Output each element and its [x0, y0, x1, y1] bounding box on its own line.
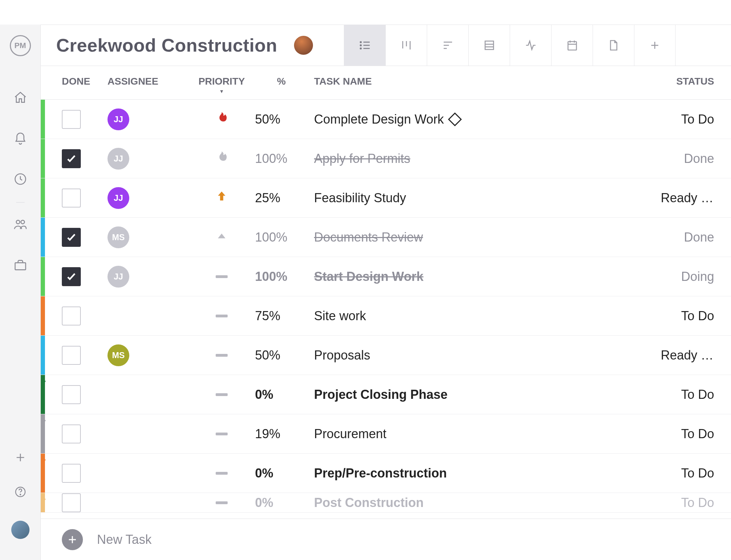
left-rail: PM: [0, 25, 41, 560]
view-add-icon[interactable]: [634, 25, 675, 66]
task-name[interactable]: Project Closing Phase: [314, 387, 448, 402]
row-color-stripe: [41, 139, 45, 178]
priority-none-icon: [216, 315, 228, 317]
done-checkbox[interactable]: [62, 493, 81, 512]
row-color-stripe: [41, 178, 45, 217]
task-row[interactable]: JJ 100% Apply for Permits Done: [41, 139, 731, 178]
done-checkbox[interactable]: [62, 464, 81, 483]
home-icon[interactable]: [13, 91, 27, 106]
done-checkbox[interactable]: [62, 110, 81, 129]
status-value[interactable]: Done: [684, 151, 714, 166]
done-checkbox[interactable]: [62, 149, 81, 168]
priority-none-icon: [216, 393, 228, 396]
col-header-taskname[interactable]: TASK NAME: [308, 76, 661, 87]
task-row[interactable]: 0% Post Construction To Do: [41, 493, 731, 513]
done-checkbox[interactable]: [62, 189, 81, 207]
task-row[interactable]: 0% Project Closing Phase To Do: [41, 375, 731, 414]
view-activity-icon[interactable]: [510, 25, 551, 66]
user-avatar[interactable]: [11, 521, 30, 539]
task-row[interactable]: 19% Procurement To Do: [41, 414, 731, 454]
view-board-icon[interactable]: [385, 25, 427, 66]
col-header-assignee[interactable]: ASSIGNEE: [107, 76, 188, 87]
done-checkbox[interactable]: [62, 267, 81, 286]
status-value[interactable]: Doing: [681, 269, 714, 284]
footer-new-task: New Task: [41, 519, 731, 560]
col-header-status[interactable]: STATUS: [661, 76, 731, 87]
svg-point-6: [360, 42, 361, 43]
assignee-badge[interactable]: JJ: [107, 187, 129, 209]
milestone-icon: [448, 112, 462, 126]
percent-value: 0%: [255, 387, 273, 402]
row-color-stripe: [41, 414, 45, 453]
status-value[interactable]: To Do: [681, 466, 714, 480]
status-value[interactable]: To Do: [681, 427, 714, 441]
task-row[interactable]: 75% Site work To Do: [41, 296, 731, 336]
percent-value: 50%: [255, 112, 280, 127]
status-value[interactable]: To Do: [681, 495, 714, 510]
row-color-stripe: [41, 257, 45, 296]
bell-icon[interactable]: [13, 131, 27, 147]
view-list-icon[interactable]: [344, 25, 385, 66]
assignee-badge[interactable]: JJ: [107, 148, 129, 170]
svg-point-8: [360, 48, 361, 49]
task-row[interactable]: JJ 50% Complete Design Work To Do: [41, 100, 731, 139]
task-name[interactable]: Proposals: [314, 348, 370, 363]
rail-divider: [16, 202, 25, 203]
view-file-icon[interactable]: [593, 25, 634, 66]
col-header-done[interactable]: DONE: [62, 76, 107, 87]
task-name[interactable]: Apply for Permits: [314, 151, 410, 166]
done-checkbox[interactable]: [62, 346, 81, 365]
task-name[interactable]: Complete Design Work: [314, 112, 444, 127]
app-logo[interactable]: PM: [10, 35, 31, 56]
svg-point-5: [20, 494, 20, 495]
priority-flame-icon: [215, 111, 228, 127]
col-header-priority[interactable]: PRIORITY ▼: [188, 76, 255, 94]
task-row[interactable]: JJ 25% Feasibility Study Ready f...: [41, 178, 731, 218]
assignee-badge[interactable]: JJ: [107, 108, 129, 130]
task-name[interactable]: Feasibility Study: [314, 191, 406, 205]
task-name[interactable]: Prep/Pre-construction: [314, 466, 447, 481]
task-row[interactable]: MS 100% Documents Review Done: [41, 218, 731, 257]
done-checkbox[interactable]: [62, 385, 81, 404]
task-name[interactable]: Procurement: [314, 427, 386, 441]
task-row[interactable]: MS 50% Proposals Ready f...: [41, 336, 731, 375]
percent-value: 100%: [255, 269, 287, 284]
task-name[interactable]: Site work: [314, 309, 366, 323]
assignee-badge[interactable]: MS: [107, 226, 129, 248]
done-checkbox[interactable]: [62, 228, 81, 247]
priority-none-icon: [216, 354, 228, 357]
priority-none-icon: [216, 472, 228, 475]
status-value[interactable]: To Do: [681, 387, 714, 402]
status-value[interactable]: To Do: [681, 309, 714, 323]
project-avatar[interactable]: [294, 36, 313, 55]
status-value[interactable]: Done: [684, 230, 714, 244]
done-checkbox[interactable]: [62, 307, 81, 325]
portfolio-icon[interactable]: [13, 258, 27, 274]
assignee-badge[interactable]: MS: [107, 344, 129, 366]
help-icon[interactable]: [14, 486, 27, 500]
assignee-badge[interactable]: JJ: [107, 266, 129, 288]
sort-caret-icon: ▼: [219, 88, 224, 94]
team-icon[interactable]: [13, 217, 27, 233]
col-header-percent[interactable]: %: [255, 76, 308, 87]
plus-icon[interactable]: [15, 452, 26, 465]
task-name[interactable]: Documents Review: [314, 230, 423, 245]
status-value[interactable]: Ready f...: [661, 191, 715, 205]
view-gantt-icon[interactable]: [427, 25, 468, 66]
status-value[interactable]: Ready f...: [661, 348, 715, 362]
task-row[interactable]: JJ 100% Start Design Work Doing: [41, 257, 731, 296]
add-task-button[interactable]: [62, 529, 83, 550]
task-name[interactable]: Post Construction: [314, 495, 424, 510]
task-row[interactable]: 0% Prep/Pre-construction To Do: [41, 454, 731, 493]
view-sheet-icon[interactable]: [468, 25, 510, 66]
task-name[interactable]: Start Design Work: [314, 269, 423, 284]
new-task-label[interactable]: New Task: [97, 532, 151, 547]
task-rows: JJ 50% Complete Design Work To Do JJ 100…: [41, 100, 731, 519]
row-color-stripe: [41, 454, 45, 493]
status-value[interactable]: To Do: [681, 112, 714, 126]
done-checkbox[interactable]: [62, 424, 81, 443]
row-color-stripe: [41, 100, 45, 139]
svg-point-1: [16, 220, 20, 224]
view-calendar-icon[interactable]: [551, 25, 593, 66]
clock-icon[interactable]: [13, 172, 27, 187]
